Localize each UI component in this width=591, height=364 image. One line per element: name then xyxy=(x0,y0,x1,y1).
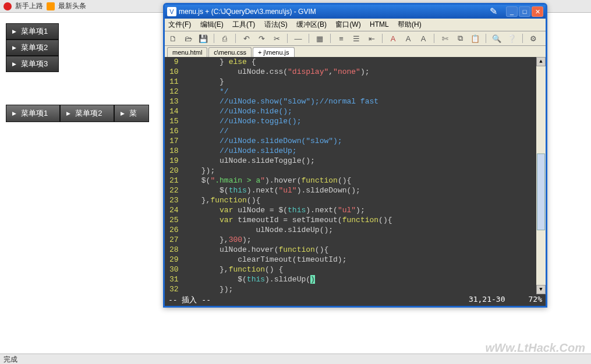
print-icon[interactable]: ⎙ xyxy=(220,34,229,43)
scissors-icon[interactable]: ✄ xyxy=(440,34,450,43)
status-line: -- 插入 -- 31,21-30 72% xyxy=(165,294,546,306)
new-file-icon[interactable]: 🗋 xyxy=(168,34,178,43)
font-a-icon[interactable]: A xyxy=(388,34,398,43)
file-tabs: menu.html c\menu.css + j\menu.js xyxy=(165,46,546,57)
separator xyxy=(287,34,288,43)
cursor-position: 31,21-30 xyxy=(469,295,505,305)
hmenu-item[interactable]: 菜 xyxy=(114,105,149,122)
dash-icon[interactable]: — xyxy=(293,34,303,43)
status-text: 完成 xyxy=(3,355,17,363)
cut-icon[interactable]: ✂ xyxy=(272,34,281,43)
menu-buffers[interactable]: 缓冲区(B) xyxy=(296,20,327,28)
line-gutter: 9101112131415161718192021222324252627282… xyxy=(165,57,183,294)
list-icon[interactable]: ≡ xyxy=(337,34,346,43)
scroll-thumb[interactable] xyxy=(537,154,545,230)
outdent-icon[interactable]: ⇤ xyxy=(367,34,376,43)
settings-icon[interactable]: ⚙ xyxy=(529,34,538,43)
toolbar-link-headlines[interactable]: 最新头条 xyxy=(58,1,86,11)
titlebar[interactable]: V menu.js + (C:\JQueryDev\3.menu\js) - G… xyxy=(165,5,546,19)
separator xyxy=(486,34,486,43)
vmenu-item[interactable]: 菜单项3 xyxy=(6,56,59,72)
undo-icon[interactable]: ↶ xyxy=(242,34,251,43)
minimize-button[interactable]: _ xyxy=(506,6,518,17)
menu-tools[interactable]: 工具(T) xyxy=(232,20,255,28)
paste-icon[interactable]: 📋 xyxy=(470,34,480,43)
app-icon: V xyxy=(167,7,176,16)
vmenu-item[interactable]: 菜单项1 xyxy=(6,23,59,40)
menu-help[interactable]: 帮助(H) xyxy=(398,20,422,28)
open-file-icon[interactable]: 🗁 xyxy=(183,34,193,43)
scroll-up-icon[interactable]: ▲ xyxy=(536,57,546,66)
scroll-down-icon[interactable]: ▼ xyxy=(536,285,546,294)
search-icon[interactable]: 🔍 xyxy=(492,34,501,43)
separator xyxy=(434,34,434,43)
font-a-icon[interactable]: A xyxy=(404,34,413,43)
separator xyxy=(522,34,523,43)
help-icon[interactable]: ❔ xyxy=(507,34,516,43)
vmenu-item[interactable]: 菜单项2 xyxy=(6,40,59,56)
watermark: wWw.LtHack.Com xyxy=(486,341,586,355)
separator xyxy=(214,34,214,43)
pencil-cursor-icon: ✎ xyxy=(490,6,501,17)
rss-icon xyxy=(47,2,55,10)
vim-mode: -- 插入 -- xyxy=(168,295,469,305)
separator xyxy=(309,34,309,43)
save-icon[interactable]: 💾 xyxy=(199,34,208,43)
browser-statusbar: 完成 xyxy=(0,354,591,364)
menu-file[interactable]: 文件(F) xyxy=(168,20,191,28)
numlist-icon[interactable]: ☰ xyxy=(352,34,361,43)
bookmark-icon xyxy=(3,2,12,10)
menubar: 文件(F) 编辑(E) 工具(T) 语法(S) 缓冲区(B) 窗口(W) HTM… xyxy=(165,19,546,31)
tab-menu-js[interactable]: + j\menu.js xyxy=(253,47,295,57)
menu-html[interactable]: HTML xyxy=(370,20,389,28)
toolbar: 🗋 🗁 💾 ⎙ ↶ ↷ ✂ — ▦ ≡ ☰ ⇤ A A A ✄ ⧉ 📋 🔍 ❔ … xyxy=(165,31,546,46)
code-editor[interactable]: 9101112131415161718192021222324252627282… xyxy=(165,57,546,294)
menu-syntax[interactable]: 语法(S) xyxy=(264,20,288,28)
redo-icon[interactable]: ↷ xyxy=(257,34,266,43)
separator xyxy=(235,34,236,43)
hmenu-item[interactable]: 菜单项2 xyxy=(60,105,114,122)
tab-menu-html[interactable]: menu.html xyxy=(167,47,207,57)
grid-icon[interactable]: ▦ xyxy=(315,34,324,43)
gvim-window: V menu.js + (C:\JQueryDev\3.menu\js) - G… xyxy=(163,3,547,308)
font-a-icon[interactable]: A xyxy=(419,34,428,43)
copy-icon[interactable]: ⧉ xyxy=(455,34,465,43)
horizontal-menu: 菜单项1 菜单项2 菜 xyxy=(6,105,149,122)
vertical-menu: 菜单项1 菜单项2 菜单项3 xyxy=(6,23,59,72)
menu-window[interactable]: 窗口(W) xyxy=(335,20,360,28)
maximize-button[interactable]: □ xyxy=(519,6,530,17)
scroll-track[interactable] xyxy=(536,66,546,285)
close-button[interactable]: ✕ xyxy=(532,6,543,17)
toolbar-link-newbie[interactable]: 新手上路 xyxy=(15,1,43,11)
scroll-percent: 72% xyxy=(529,295,542,305)
menu-edit[interactable]: 编辑(E) xyxy=(200,20,224,28)
vertical-scrollbar[interactable]: ▲ ▼ xyxy=(536,57,546,294)
tab-menu-css[interactable]: c\menu.css xyxy=(208,47,252,57)
separator xyxy=(330,34,331,43)
hmenu-item[interactable]: 菜单项1 xyxy=(6,105,60,122)
code-area[interactable]: } else { ulNode.css("display","none"); }… xyxy=(183,57,536,294)
separator xyxy=(382,34,383,43)
window-title: menu.js + (C:\JQueryDev\3.menu\js) - GVI… xyxy=(179,8,490,16)
